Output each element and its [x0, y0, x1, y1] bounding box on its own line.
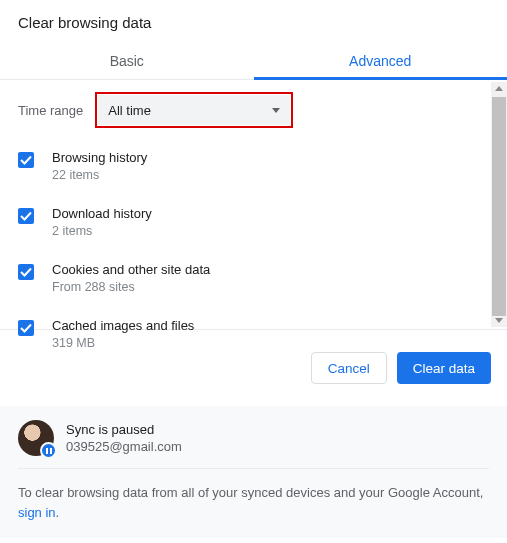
list-item: Browsing history 22 items: [18, 138, 486, 194]
svg-rect-0: [46, 448, 48, 454]
list-item: Download history 2 items: [18, 194, 486, 250]
scroll-thumb[interactable]: [492, 97, 506, 316]
svg-rect-1: [50, 448, 52, 454]
scroll-up-icon[interactable]: [495, 86, 503, 91]
sync-email: 039525@gmail.com: [66, 439, 182, 454]
item-sub: 319 MB: [52, 336, 194, 350]
sync-message-text: To clear browsing data from all of your …: [18, 485, 483, 500]
item-sub: From 288 sites: [52, 280, 210, 294]
pause-icon: [40, 442, 57, 459]
scroll-down-icon[interactable]: [495, 318, 503, 323]
sync-row: Sync is paused 039525@gmail.com: [18, 420, 489, 469]
time-range-select[interactable]: All time: [98, 95, 290, 125]
time-range-row: Time range All time: [18, 92, 486, 128]
highlight-box: All time: [95, 92, 293, 128]
sync-message: To clear browsing data from all of your …: [18, 483, 489, 522]
list-item: Cached images and files 319 MB: [18, 306, 486, 362]
item-label: Browsing history: [52, 150, 147, 165]
tab-advanced[interactable]: Advanced: [254, 41, 508, 79]
sync-status: Sync is paused: [66, 422, 182, 437]
tabs: Basic Advanced: [0, 41, 507, 80]
sync-area: Sync is paused 039525@gmail.com To clear…: [0, 406, 507, 538]
checkbox-download-history[interactable]: [18, 208, 34, 224]
sign-in-link[interactable]: sign in: [18, 505, 56, 520]
scroll-area: Time range All time Browsing history 22 …: [0, 80, 507, 330]
time-range-label: Time range: [18, 103, 83, 118]
checkbox-cookies[interactable]: [18, 264, 34, 280]
time-range-value: All time: [108, 103, 151, 118]
scrollbar[interactable]: [491, 82, 507, 327]
tab-basic[interactable]: Basic: [0, 41, 254, 79]
checkbox-cache[interactable]: [18, 320, 34, 336]
item-sub: 22 items: [52, 168, 147, 182]
chevron-down-icon: [272, 108, 280, 113]
item-label: Cached images and files: [52, 318, 194, 333]
avatar: [18, 420, 54, 456]
list-item: Cookies and other site data From 288 sit…: [18, 250, 486, 306]
item-sub: 2 items: [52, 224, 152, 238]
dialog-title: Clear browsing data: [0, 0, 507, 41]
checkbox-browsing-history[interactable]: [18, 152, 34, 168]
item-label: Download history: [52, 206, 152, 221]
item-label: Cookies and other site data: [52, 262, 210, 277]
